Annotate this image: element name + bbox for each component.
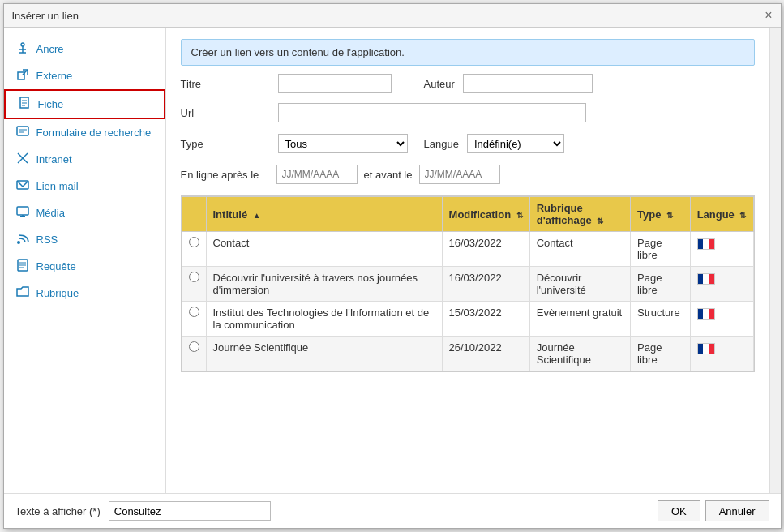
sidebar-item-media[interactable]: Média [4, 200, 165, 226]
titre-auteur-row: Titre Auteur [181, 74, 755, 93]
sidebar-item-ancre[interactable]: Ancre [4, 36, 165, 62]
col-intitule[interactable]: Intitulé ▲ [206, 197, 442, 232]
sidebar-label-rss: RSS [36, 234, 58, 246]
dialog-titlebar: Insérer un lien × [4, 4, 781, 28]
intranet-icon [15, 152, 30, 167]
scrollbar[interactable] [769, 28, 781, 493]
ok-button[interactable]: OK [658, 500, 700, 521]
sidebar-label-fiche: Fiche [38, 98, 64, 110]
langue-select[interactable]: Indéfini(e)FrançaisAnglais [467, 134, 564, 153]
table-row: Contact16/03/2022ContactPage libre [182, 232, 753, 267]
cell-rubrique: Journée Scientifique [529, 337, 630, 371]
row-radio-0[interactable] [189, 237, 199, 247]
lien-mail-icon [15, 178, 30, 194]
sidebar-label-lien-mail: Lien mail [36, 180, 79, 192]
titre-label: Titre [181, 78, 270, 90]
sidebar-item-rubrique[interactable]: Rubrique [4, 280, 165, 307]
url-row: Url [181, 103, 755, 122]
flag-fr [697, 238, 715, 250]
cell-intitule: Contact [206, 232, 442, 267]
dialog-buttons: OK Annuler [658, 500, 769, 521]
col-rubrique[interactable]: Rubriqued'affichage ⇅ [529, 197, 630, 232]
dialog-title: Insérer un lien [12, 10, 79, 22]
cell-langue [690, 267, 753, 302]
radio-cell [182, 267, 206, 302]
flag-fr [697, 273, 715, 285]
table-row: Découvrir l'université à travers nos jou… [182, 267, 753, 302]
cell-modification: 26/10/2022 [442, 337, 529, 371]
cell-intitule: Institut des Technologies de l'Informati… [206, 302, 442, 337]
fiche-icon [17, 97, 32, 112]
cell-intitule: Journée Scientifique [206, 337, 442, 371]
cell-type: Page libre [631, 232, 691, 267]
cell-rubrique: Découvrir l'université [529, 267, 630, 302]
col-modification[interactable]: Modification ⇅ [442, 197, 529, 232]
sidebar-item-intranet[interactable]: Intranet [4, 146, 165, 173]
type-label: Type [181, 138, 270, 150]
sidebar-label-intranet: Intranet [36, 153, 72, 165]
col-type[interactable]: Type ⇅ [631, 197, 691, 232]
sidebar-item-fiche[interactable]: Fiche [4, 89, 165, 119]
dialog-footer: Texte à afficher (*) OK Annuler [4, 493, 781, 528]
table-row: Institut des Technologies de l'Informati… [182, 302, 753, 337]
flag-fr [697, 343, 715, 354]
texte-label: Texte à afficher (*) [15, 505, 101, 517]
rss-icon [15, 232, 30, 247]
radio-cell [182, 302, 206, 337]
dialog: Insérer un lien × AncreExterneFicheFormu… [3, 3, 782, 529]
sidebar: AncreExterneFicheFormulaire de recherche… [4, 28, 166, 493]
date-apres-input[interactable] [276, 165, 358, 184]
sidebar-item-lien-mail[interactable]: Lien mail [4, 173, 165, 200]
cell-type: Page libre [631, 337, 691, 371]
results-table-wrapper: Intitulé ▲ Modification ⇅ Rubriqued'affi… [181, 195, 755, 372]
cell-langue [690, 232, 753, 267]
cell-langue [690, 302, 753, 337]
titre-input[interactable] [278, 74, 392, 93]
sidebar-label-formulaire: Formulaire de recherche [36, 127, 152, 139]
svg-point-19 [17, 241, 20, 244]
cell-modification: 15/03/2022 [442, 302, 529, 337]
table-head: Intitulé ▲ Modification ⇅ Rubriqued'affi… [182, 197, 753, 232]
externe-icon [15, 68, 30, 84]
url-input[interactable] [278, 103, 586, 122]
sidebar-item-requete[interactable]: Requête [4, 253, 165, 280]
svg-rect-10 [17, 127, 28, 135]
flag-fr [697, 308, 715, 320]
sidebar-item-externe[interactable]: Externe [4, 62, 165, 89]
sidebar-label-rubrique: Rubrique [36, 287, 79, 299]
media-icon [15, 205, 30, 221]
row-radio-1[interactable] [189, 272, 199, 282]
sidebar-item-formulaire[interactable]: Formulaire de recherche [4, 119, 165, 146]
auteur-label: Auteur [424, 78, 455, 90]
annuler-button[interactable]: Annuler [705, 500, 769, 521]
ancre-icon [15, 41, 30, 57]
et-avant-le-label: et avant le [364, 169, 413, 181]
svg-rect-16 [17, 207, 28, 215]
cell-rubrique: Contact [529, 232, 630, 267]
date-avant-input[interactable] [419, 165, 500, 184]
table-row: Journée Scientifique26/10/2022Journée Sc… [182, 337, 753, 371]
col-radio [182, 197, 206, 232]
col-langue[interactable]: Langue ⇅ [690, 197, 753, 232]
cell-intitule: Découvrir l'université à travers nos jou… [206, 267, 442, 302]
radio-cell [182, 337, 206, 371]
enligne-label: En ligne après le [181, 169, 270, 181]
radio-cell [182, 232, 206, 267]
row-radio-2[interactable] [189, 307, 199, 317]
langue-label: Langue [424, 138, 459, 150]
row-radio-3[interactable] [189, 341, 199, 352]
main-content: Créer un lien vers un contenu de l'appli… [166, 28, 769, 493]
sidebar-label-ancre: Ancre [36, 43, 64, 55]
auteur-input[interactable] [463, 74, 593, 93]
close-button[interactable]: × [765, 9, 772, 22]
sidebar-item-rss[interactable]: RSS [4, 226, 165, 253]
cell-type: Structure [631, 302, 691, 337]
cell-langue [690, 337, 753, 371]
formulaire-icon [15, 125, 30, 140]
url-label: Url [181, 107, 270, 119]
table-body: Contact16/03/2022ContactPage libreDécouv… [182, 232, 753, 371]
sidebar-label-requete: Requête [36, 260, 76, 272]
type-select[interactable]: TousPage libreStructureEvènement gratuit [278, 134, 408, 153]
texte-input[interactable] [109, 501, 271, 521]
type-langue-row: Type TousPage libreStructureEvènement gr… [181, 134, 755, 153]
